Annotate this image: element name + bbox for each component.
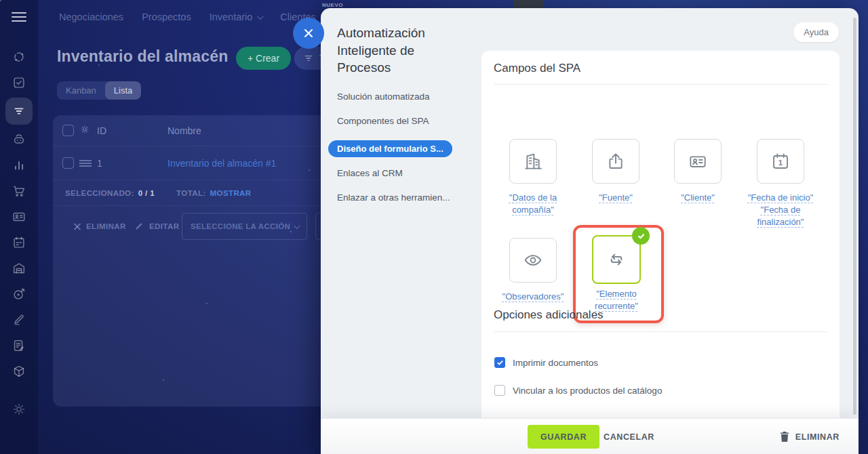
create-button[interactable]: + Crear xyxy=(236,47,291,70)
field-label-dates[interactable]: "Fecha de inicio" "Fecha de finalización… xyxy=(736,192,825,229)
spa-fields-card: Campos del SPA 1 "Datos de la compañía" … xyxy=(481,51,840,454)
modal-scrollbar[interactable] xyxy=(853,18,856,415)
analytics-chart-icon[interactable] xyxy=(11,157,27,173)
field-tile-source[interactable] xyxy=(592,139,639,184)
show-total-link[interactable]: MOSTRAR xyxy=(210,189,252,197)
drag-handle-icon[interactable] xyxy=(79,160,92,167)
help-button[interactable]: Ayuda xyxy=(793,22,839,42)
menu-item-enlaces-crm[interactable]: Enlaces al CRM xyxy=(337,168,468,178)
checkbox-row-print-documents[interactable]: Imprimir documentos xyxy=(494,357,598,368)
catalog-cube-icon[interactable] xyxy=(11,363,27,379)
fields-section-heading: Campos del SPA xyxy=(481,51,840,84)
funnel-icon xyxy=(303,53,314,64)
cancel-button[interactable]: CANCELAR xyxy=(604,425,654,449)
selected-check-badge xyxy=(632,227,650,245)
check-icon xyxy=(496,359,504,367)
save-button[interactable]: GUARDAR xyxy=(528,425,599,449)
row-name-link[interactable]: Inventario del almacén #1 xyxy=(167,158,276,169)
sign-pen-icon[interactable] xyxy=(11,312,27,328)
field-tile-observers[interactable] xyxy=(509,238,557,283)
menu-item-diseno-formulario-active[interactable]: Diseño del formulario S... xyxy=(328,140,452,157)
field-tile-dates[interactable]: 1 xyxy=(757,139,804,184)
x-icon xyxy=(73,223,81,230)
menu-item-enlazar-herramientas[interactable]: Enlazar a otras herramien... xyxy=(337,192,468,203)
checkbox-unchecked[interactable] xyxy=(494,385,505,396)
svg-text:1: 1 xyxy=(778,159,783,167)
eye-icon xyxy=(522,249,544,271)
edit-rows-button[interactable]: EDITAR xyxy=(134,222,179,231)
left-sidebar xyxy=(0,0,38,454)
menu-item-componentes-spa[interactable]: Componentes del SPA xyxy=(337,116,468,126)
select-action-dropdown[interactable]: SELECCIONE LA ACCIÓN xyxy=(182,213,307,240)
checkbox-checked[interactable] xyxy=(494,357,505,368)
calendar-1-icon: 1 xyxy=(770,150,791,172)
field-label-company[interactable]: "Datos de la compañía" xyxy=(489,192,577,216)
marketing-target-icon[interactable] xyxy=(11,286,27,302)
field-tile-client[interactable] xyxy=(674,139,722,184)
modal-title: Automatización Inteligente de Procesos xyxy=(337,24,468,77)
nuevo-badge: NUEVO xyxy=(322,2,343,8)
modal-footer: GUARDAR CANCELAR ELIMINAR xyxy=(321,418,859,454)
pencil-icon xyxy=(134,222,144,231)
column-settings-gear-icon[interactable] xyxy=(79,124,90,138)
chevron-down-icon xyxy=(294,222,300,229)
options-section-heading: Opciones adicionales xyxy=(494,308,604,322)
nav-item-negociaciones[interactable]: Negociaciones xyxy=(59,12,123,22)
checkbox-row-link-catalog[interactable]: Vincular a los productos del catálogo xyxy=(494,385,662,396)
id-card-icon xyxy=(687,150,709,172)
check-icon xyxy=(637,232,646,241)
bitrix-crm-app: Negociaciones Prospectos Inventario Clie… xyxy=(0,0,868,454)
crm-orbit-icon[interactable] xyxy=(11,49,27,65)
row-checkbox[interactable] xyxy=(62,157,74,169)
fields-grid: 1 "Datos de la compañía" "Fuente" "Clien… xyxy=(481,85,840,318)
trash-icon xyxy=(780,432,789,442)
close-icon xyxy=(303,28,314,39)
row-id: 1 xyxy=(97,158,102,169)
company-building-icon xyxy=(522,150,544,172)
column-header-id[interactable]: ID xyxy=(97,125,106,136)
modal-menu: Automatización Inteligente de Procesos S… xyxy=(321,8,481,217)
field-tile-recurring-selected[interactable] xyxy=(592,235,641,284)
view-toggle: Kanban Lista xyxy=(57,81,141,100)
warehouse-icon[interactable] xyxy=(11,260,27,276)
field-label-client[interactable]: "Cliente" xyxy=(654,192,742,204)
divider xyxy=(494,331,827,332)
menu-item-solucion-automatizada[interactable]: Solución automatizada xyxy=(337,91,468,102)
top-navigation: Negociaciones Prospectos Inventario Clie… xyxy=(59,0,326,34)
repeat-icon xyxy=(606,249,627,270)
page-title: Inventario del almacén xyxy=(57,47,228,66)
filter-icon-active[interactable] xyxy=(5,98,33,125)
calendar-icon[interactable] xyxy=(11,234,27,251)
delete-rows-button[interactable]: ELIMINAR xyxy=(73,222,126,230)
column-header-nombre[interactable]: Nombre xyxy=(167,125,201,136)
tab-lista[interactable]: Lista xyxy=(105,81,141,100)
delete-button[interactable]: ELIMINAR xyxy=(780,425,840,449)
field-label-observers[interactable]: "Observadores" xyxy=(489,291,577,303)
close-modal-button[interactable] xyxy=(293,18,324,49)
hamburger-menu-icon[interactable] xyxy=(12,12,26,22)
shopping-cart-icon[interactable] xyxy=(11,183,27,199)
nav-item-inventario[interactable]: Inventario xyxy=(210,12,262,22)
share-icon xyxy=(605,150,627,172)
bot-icon[interactable] xyxy=(11,131,27,148)
contact-card-icon[interactable] xyxy=(11,209,27,225)
chevron-down-icon xyxy=(257,13,264,20)
field-label-source[interactable]: "Fuente" xyxy=(572,192,660,204)
spa-settings-modal: Ayuda Automatización Inteligente de Proc… xyxy=(321,8,859,454)
tasks-icon[interactable] xyxy=(11,75,27,91)
settings-gear-icon[interactable] xyxy=(11,401,27,420)
field-tile-company[interactable] xyxy=(509,139,557,184)
document-edit-icon[interactable] xyxy=(11,337,27,354)
tab-kanban[interactable]: Kanban xyxy=(57,81,105,100)
nav-item-prospectos[interactable]: Prospectos xyxy=(142,12,191,22)
select-all-checkbox[interactable] xyxy=(62,125,74,136)
